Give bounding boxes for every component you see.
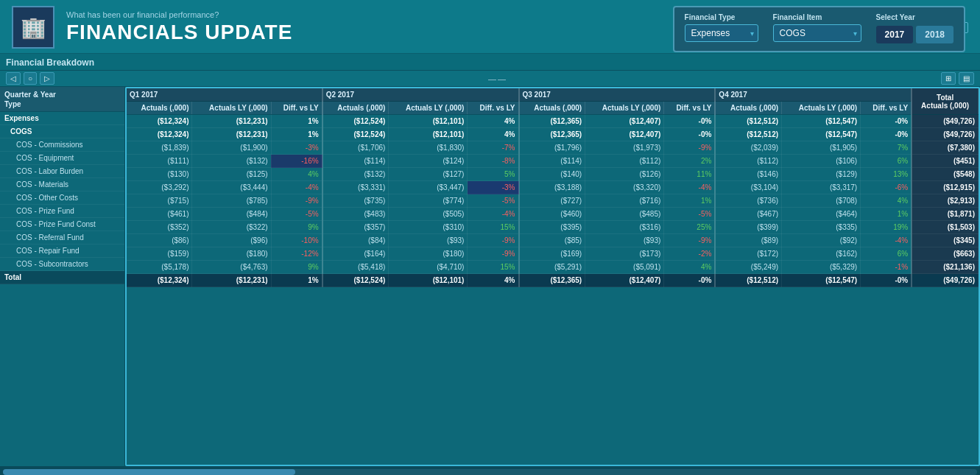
main-content: Quarter & YearType Expenses COGS COS - C… <box>0 87 980 466</box>
cogs-q1-diff: 1% <box>271 128 322 141</box>
co-q1-d: -9% <box>271 194 322 208</box>
cc-q1-ly: ($1,900) <box>192 141 271 155</box>
cc-q4-d: 7% <box>861 141 912 155</box>
financial-type-wrapper[interactable]: Expenses Revenue <box>685 24 758 42</box>
cpfc-q4-a: ($399) <box>715 221 781 234</box>
financial-item-select[interactable]: COGS SG&A <box>773 24 861 42</box>
cc-q1-d: -3% <box>271 141 322 155</box>
scrollbar-area[interactable] <box>0 466 980 475</box>
cogs-q2-actuals-ly: ($12,101) <box>389 128 468 141</box>
cos-repair-row: ($159) ($180) -12% ($164) ($180) -9% ($1… <box>127 247 979 261</box>
financial-item-label: Financial Item <box>773 13 861 21</box>
q2-actuals-ly-header: Actuals LY (,000) <box>389 102 468 115</box>
co-q2-a: ($735) <box>322 194 389 208</box>
cpf-q4-ly: ($464) <box>782 208 861 221</box>
q2-header: Q2 2017 <box>322 88 519 102</box>
tot-q2-a: ($12,524) <box>322 274 389 287</box>
cs-q1-d: 9% <box>271 261 322 274</box>
co-q3-a: ($727) <box>519 194 585 208</box>
cpfc-q2-d: 15% <box>468 221 519 234</box>
scrollbar-track[interactable] <box>3 469 977 475</box>
ce-total: ($451) <box>912 155 978 168</box>
toolbar-row: ◁ ○ ▷ —— ⊞ ▤ <box>0 71 980 87</box>
cpf-q2-ly: ($505) <box>389 208 468 221</box>
toolbar-forward-button[interactable]: ▷ <box>40 72 54 85</box>
toolbar-left: ◁ ○ ▷ <box>6 72 54 85</box>
quarter-header-row: Q1 2017 Q2 2017 Q3 2017 Q4 2017 TotalAct… <box>127 88 979 102</box>
cc-q4-a: ($2,039) <box>715 141 781 155</box>
tot-q4-d: -0% <box>861 274 912 287</box>
crep-q1-a: ($159) <box>127 247 192 261</box>
sidebar-row-cogs: COGS <box>0 125 124 138</box>
exp-q3-actuals: ($12,365) <box>519 115 585 128</box>
toolbar-circle-button[interactable]: ○ <box>24 72 37 85</box>
cl-q4-d: 13% <box>861 168 912 181</box>
exp-q3-actuals-ly: ($12,407) <box>585 115 664 128</box>
cc-q3-d: -9% <box>664 141 716 155</box>
cogs-row: ($12,324) ($12,231) 1% ($12,524) ($12,10… <box>127 128 979 141</box>
q4-actuals-ly-header: Actuals LY (,000) <box>782 102 861 115</box>
cl-q1-d: 4% <box>271 168 322 181</box>
financial-type-label: Financial Type <box>685 13 758 21</box>
cogs-q4-actuals-ly: ($12,547) <box>782 128 861 141</box>
sidebar-row-referral: COS - Referral Fund <box>0 231 124 244</box>
cc-q4-ly: ($1,905) <box>782 141 861 155</box>
toolbar-back-button[interactable]: ◁ <box>6 72 21 85</box>
exp-q3-diff: -0% <box>664 115 716 128</box>
cl-q2-ly: ($127) <box>389 168 468 181</box>
controls-panel: Financial Type Expenses Revenue Financia… <box>673 6 965 52</box>
cm-q2-a: ($3,331) <box>322 181 389 194</box>
co-q3-d: 1% <box>664 194 716 208</box>
ce-q4-a: ($112) <box>715 155 781 168</box>
ce-q2-ly: ($124) <box>389 155 468 168</box>
crep-q2-d: -9% <box>468 247 519 261</box>
crep-q4-d: 6% <box>861 247 912 261</box>
cc-q2-d: -7% <box>468 141 519 155</box>
tot-total: ($49,726) <box>912 274 978 287</box>
exp-q1-diff: 1% <box>271 115 322 128</box>
sidebar-header-text: Quarter & YearType <box>4 90 56 109</box>
cs-q3-d: 4% <box>664 261 716 274</box>
q1-header: Q1 2017 <box>127 88 322 102</box>
sidebar-header: Quarter & YearType <box>0 87 124 112</box>
cpfc-q1-d: 9% <box>271 221 322 234</box>
sidebar-row-prize-fund: COS - Prize Fund <box>0 205 124 218</box>
cm-q3-ly: ($3,320) <box>585 181 664 194</box>
year-select-group: Select Year 2017 2018 <box>876 13 953 43</box>
ce-q3-d: 2% <box>664 155 716 168</box>
sidebar-row-equipment: COS - Equipment <box>0 152 124 165</box>
cogs-q3-actuals: ($12,365) <box>519 128 585 141</box>
cm-q1-ly: ($3,444) <box>192 181 271 194</box>
financial-item-wrapper[interactable]: COGS SG&A <box>773 24 861 42</box>
table-container[interactable]: Q1 2017 Q2 2017 Q3 2017 Q4 2017 TotalAct… <box>125 87 980 466</box>
cpf-q4-d: 1% <box>861 208 912 221</box>
co-q4-ly: ($708) <box>782 194 861 208</box>
cs-q3-ly: ($5,091) <box>585 261 664 274</box>
cc-q3-a: ($1,796) <box>519 141 585 155</box>
cpf-q2-a: ($483) <box>322 208 389 221</box>
toolbar-list-button[interactable]: ▤ <box>959 72 974 85</box>
cl-q2-d: 5% <box>468 168 519 181</box>
left-sidebar: Quarter & YearType Expenses COGS COS - C… <box>0 87 125 466</box>
year-2018-button[interactable]: 2018 <box>916 26 953 43</box>
financial-type-select[interactable]: Expenses Revenue <box>685 24 758 42</box>
toolbar-center: —— <box>488 74 507 83</box>
exp-q1-actuals: ($12,324) <box>127 115 192 128</box>
co-total: ($2,913) <box>912 194 978 208</box>
cm-q1-d: -4% <box>271 181 322 194</box>
toolbar-grid-button[interactable]: ⊞ <box>941 72 956 85</box>
scrollbar-thumb[interactable] <box>3 469 295 475</box>
q3-header: Q3 2017 <box>519 88 716 102</box>
financial-item-group: Financial Item COGS SG&A <box>773 13 861 42</box>
co-q1-a: ($715) <box>127 194 192 208</box>
cl-q2-a: ($132) <box>322 168 389 181</box>
total-row: ($12,324) ($12,231) 1% ($12,524) ($12,10… <box>127 274 979 287</box>
sidebar-row-repair: COS - Repair Fund <box>0 244 124 258</box>
sidebar-row-prize-fund-const: COS - Prize Fund Const <box>0 218 124 231</box>
cs-q2-ly: ($4,710) <box>389 261 468 274</box>
cpfc-q2-ly: ($310) <box>389 221 468 234</box>
year-2017-button[interactable]: 2017 <box>876 26 914 43</box>
year-buttons: 2017 2018 <box>876 26 953 43</box>
cs-q4-ly: ($5,329) <box>782 261 861 274</box>
crf-q3-d: -9% <box>664 234 716 247</box>
